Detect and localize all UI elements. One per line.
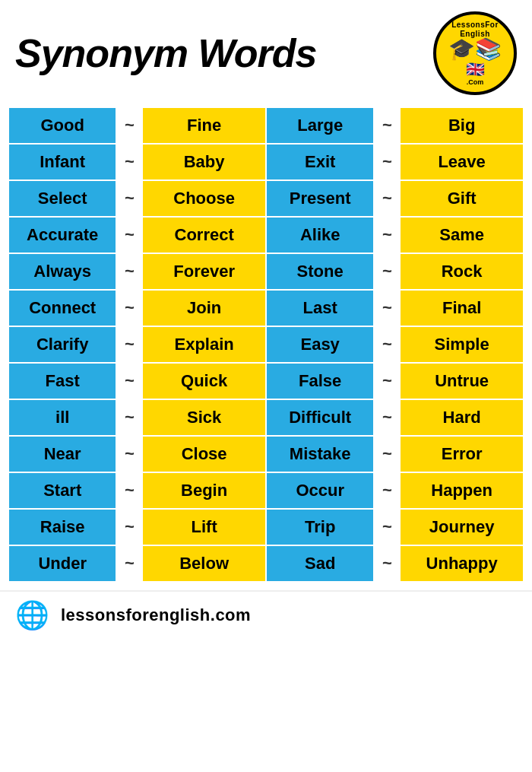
logo-icon: 🎓📚 bbox=[448, 39, 502, 60]
right-tilde: ~ bbox=[374, 253, 400, 290]
right-word: False bbox=[266, 363, 374, 399]
left-syn: Below bbox=[142, 545, 266, 582]
right-word: Large bbox=[266, 107, 374, 144]
left-syn: Fine bbox=[142, 107, 266, 144]
left-word: Good bbox=[8, 107, 116, 144]
logo-bottom: .Com bbox=[467, 78, 484, 86]
footer-url: lessonsforenglish.com bbox=[61, 605, 251, 625]
left-tilde: ~ bbox=[116, 509, 142, 545]
right-syn: Gift bbox=[400, 180, 524, 217]
left-tilde: ~ bbox=[116, 253, 142, 290]
left-word: Always bbox=[8, 253, 116, 290]
right-syn: Simple bbox=[400, 326, 524, 363]
right-syn: Error bbox=[400, 436, 524, 472]
left-syn: Explain bbox=[142, 326, 266, 363]
right-word: Trip bbox=[266, 509, 374, 545]
left-tilde: ~ bbox=[116, 545, 142, 582]
left-word: Near bbox=[8, 436, 116, 472]
left-word: Connect bbox=[8, 290, 116, 326]
logo: LessonsForEnglish 🎓📚 🇬🇧 .Com bbox=[433, 11, 517, 95]
left-tilde: ~ bbox=[116, 290, 142, 326]
globe-icon: 🌐 bbox=[15, 599, 49, 631]
right-word: Last bbox=[266, 290, 374, 326]
right-tilde: ~ bbox=[374, 217, 400, 253]
left-syn: Correct bbox=[142, 217, 266, 253]
right-syn: Journey bbox=[400, 509, 524, 545]
logo-top: LessonsForEnglish bbox=[451, 21, 499, 39]
right-tilde: ~ bbox=[374, 107, 400, 144]
left-syn: Baby bbox=[142, 144, 266, 180]
page-header: Synonym Words LessonsForEnglish 🎓📚 🇬🇧 .C… bbox=[0, 0, 532, 103]
left-tilde: ~ bbox=[116, 472, 142, 509]
left-tilde: ~ bbox=[116, 107, 142, 144]
right-tilde: ~ bbox=[374, 290, 400, 326]
left-syn: Forever bbox=[142, 253, 266, 290]
left-tilde: ~ bbox=[116, 180, 142, 217]
left-syn: Lift bbox=[142, 509, 266, 545]
right-tilde: ~ bbox=[374, 509, 400, 545]
left-tilde: ~ bbox=[116, 217, 142, 253]
left-word: Raise bbox=[8, 509, 116, 545]
right-tilde: ~ bbox=[374, 545, 400, 582]
page-title: Synonym Words bbox=[15, 33, 316, 73]
right-syn: Hard bbox=[400, 399, 524, 436]
right-tilde: ~ bbox=[374, 363, 400, 399]
left-word: Clarify bbox=[8, 326, 116, 363]
left-syn: Sick bbox=[142, 399, 266, 436]
right-word: Difficult bbox=[266, 399, 374, 436]
right-syn: Rock bbox=[400, 253, 524, 290]
right-word: Easy bbox=[266, 326, 374, 363]
right-tilde: ~ bbox=[374, 436, 400, 472]
left-word: Select bbox=[8, 180, 116, 217]
right-tilde: ~ bbox=[374, 144, 400, 180]
right-word: Alike bbox=[266, 217, 374, 253]
left-syn: Choose bbox=[142, 180, 266, 217]
left-syn: Quick bbox=[142, 363, 266, 399]
left-tilde: ~ bbox=[116, 326, 142, 363]
right-syn: Unhappy bbox=[400, 545, 524, 582]
synonym-table: Good ~ Fine Large ~ Big Infant ~ Baby Ex… bbox=[8, 106, 524, 583]
right-syn: Final bbox=[400, 290, 524, 326]
left-tilde: ~ bbox=[116, 399, 142, 436]
table-container: Good ~ Fine Large ~ Big Infant ~ Baby Ex… bbox=[0, 103, 532, 590]
right-word: Stone bbox=[266, 253, 374, 290]
logo-flag: 🇬🇧 bbox=[466, 60, 485, 78]
right-tilde: ~ bbox=[374, 180, 400, 217]
right-word: Occur bbox=[266, 472, 374, 509]
right-tilde: ~ bbox=[374, 326, 400, 363]
left-word: Under bbox=[8, 545, 116, 582]
left-word: Infant bbox=[8, 144, 116, 180]
right-word: Mistake bbox=[266, 436, 374, 472]
left-tilde: ~ bbox=[116, 436, 142, 472]
right-tilde: ~ bbox=[374, 399, 400, 436]
right-syn: Happen bbox=[400, 472, 524, 509]
left-tilde: ~ bbox=[116, 144, 142, 180]
right-word: Present bbox=[266, 180, 374, 217]
left-word: Accurate bbox=[8, 217, 116, 253]
left-word: Fast bbox=[8, 363, 116, 399]
left-tilde: ~ bbox=[116, 363, 142, 399]
left-syn: Close bbox=[142, 436, 266, 472]
footer: 🌐 lessonsforenglish.com bbox=[0, 590, 532, 639]
left-syn: Begin bbox=[142, 472, 266, 509]
left-syn: Join bbox=[142, 290, 266, 326]
right-word: Sad bbox=[266, 545, 374, 582]
left-word: Start bbox=[8, 472, 116, 509]
right-syn: Leave bbox=[400, 144, 524, 180]
right-syn: Same bbox=[400, 217, 524, 253]
left-word: ill bbox=[8, 399, 116, 436]
right-syn: Big bbox=[400, 107, 524, 144]
right-syn: Untrue bbox=[400, 363, 524, 399]
right-word: Exit bbox=[266, 144, 374, 180]
right-tilde: ~ bbox=[374, 472, 400, 509]
